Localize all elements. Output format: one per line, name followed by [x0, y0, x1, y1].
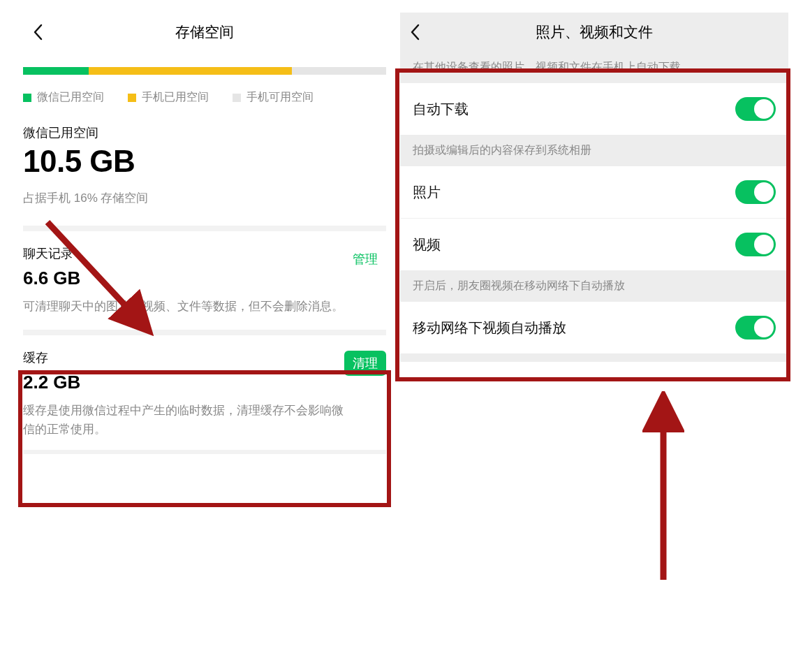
note-save-to-album: 拍摄或编辑后的内容保存到系统相册: [400, 135, 788, 166]
progress-wechat-used: [23, 67, 89, 75]
note-autodownload: 在其他设备查看的照片、视频和文件在手机上自动下载: [400, 52, 788, 83]
storage-progress: 微信已用空间 手机已用空间 手机可用空间: [23, 52, 386, 105]
wechat-used-value: 10.5 GB: [23, 144, 386, 179]
divider: [23, 330, 386, 335]
square-icon: [128, 94, 136, 102]
wechat-used-label: 微信已用空间: [23, 124, 386, 141]
chat-history-row: 聊天记录 6.6 GB 管理 可清理聊天中的图片、视频、文件等数据，但不会删除消…: [23, 231, 386, 316]
progress-phone-free: [292, 67, 386, 75]
divider: [23, 226, 386, 231]
storage-panel: 存储空间 微信已用空间 手机已用空间 手机可用空间 微信已用空间 10.5 GB: [23, 13, 386, 454]
wechat-used-sub: 占据手机 16% 存储空间: [23, 190, 386, 206]
annotation-arrow-right: [642, 391, 684, 587]
note-autoplay: 开启后，朋友圈视频在移动网络下自动播放: [400, 270, 788, 302]
manage-button[interactable]: 管理: [344, 247, 386, 272]
legend-wechat-used: 微信已用空间: [23, 90, 104, 105]
divider: [23, 450, 386, 454]
toggle-label: 移动网络下视频自动播放: [413, 319, 566, 337]
chat-value: 6.6 GB: [23, 268, 386, 289]
switch-toggle[interactable]: [735, 233, 776, 256]
toggle-label: 照片: [413, 183, 441, 202]
progress-phone-used: [89, 67, 292, 75]
cache-value: 2.2 GB: [23, 372, 386, 393]
back-icon[interactable]: [33, 24, 43, 41]
media-header: 照片、视频和文件: [400, 13, 788, 52]
switch-toggle[interactable]: [735, 316, 776, 339]
legend-phone-free: 手机可用空间: [233, 90, 314, 105]
storage-title: 存储空间: [175, 22, 234, 42]
storage-header: 存储空间: [23, 13, 386, 52]
legend-label: 微信已用空间: [37, 90, 104, 105]
chat-desc: 可清理聊天中的图片、视频、文件等数据，但不会删除消息。: [23, 298, 344, 316]
toggle-label: 视频: [413, 235, 441, 254]
toggle-row-video: 视频: [400, 218, 788, 270]
cache-desc: 缓存是使用微信过程中产生的临时数据，清理缓存不会影响微信的正常使用。: [23, 402, 344, 439]
toggle-row-autodownload: 自动下载: [400, 83, 788, 135]
legend-phone-used: 手机已用空间: [128, 90, 209, 105]
legend: 微信已用空间 手机已用空间 手机可用空间: [23, 90, 386, 105]
toggle-row-photo: 照片: [400, 166, 788, 218]
wechat-used-section: 微信已用空间 10.5 GB 占据手机 16% 存储空间: [23, 117, 386, 206]
media-title: 照片、视频和文件: [536, 22, 653, 42]
switch-toggle[interactable]: [735, 180, 776, 204]
square-icon: [233, 94, 241, 102]
cache-row: 缓存 2.2 GB 清理 缓存是使用微信过程中产生的临时数据，清理缓存不会影响微…: [23, 335, 386, 439]
square-icon: [23, 94, 31, 102]
cache-label: 缓存: [23, 349, 386, 366]
toggle-label: 自动下载: [413, 100, 469, 119]
back-icon[interactable]: [410, 24, 420, 41]
switch-toggle[interactable]: [735, 97, 776, 121]
legend-label: 手机可用空间: [246, 90, 314, 105]
clean-button[interactable]: 清理: [344, 351, 386, 376]
legend-label: 手机已用空间: [142, 90, 209, 105]
toggle-row-autoplay: 移动网络下视频自动播放: [400, 302, 788, 353]
media-panel: 照片、视频和文件 在其他设备查看的照片、视频和文件在手机上自动下载 自动下载 拍…: [400, 13, 788, 362]
storage-progress-bar: [23, 67, 386, 75]
chat-label: 聊天记录: [23, 245, 386, 262]
panel-tail: [400, 353, 788, 362]
